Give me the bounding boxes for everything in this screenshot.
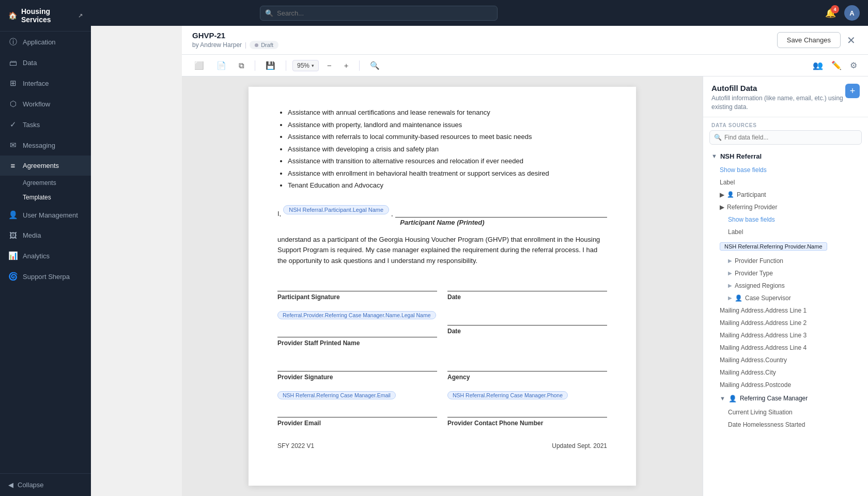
show-base-fields-link-2[interactable]: Show base fields <box>703 213 868 226</box>
date-line-1 <box>447 277 607 291</box>
phone-tag[interactable]: NSH Referral.Referring Case Manager.Phon… <box>447 391 568 399</box>
search-input[interactable] <box>260 6 498 21</box>
provider-tag[interactable]: Referral.Provider.Referring Case Manager… <box>277 311 436 319</box>
toolbar-separator-2 <box>286 60 286 71</box>
doc-meta: GHVP-21 by Andrew Harper | Draft <box>192 31 278 49</box>
doc-id: GHVP-21 <box>192 31 278 40</box>
separator: | <box>245 41 246 49</box>
sidebar-item-agreements[interactable]: ≡ Agreements <box>0 156 91 176</box>
list-item: Assistance with transition to alternativ… <box>288 156 607 166</box>
search-field: 🔍 <box>709 130 862 145</box>
provider-staff-label: Provider Staff Printed Name <box>277 339 437 347</box>
notification-icon[interactable]: 🔔 4 <box>825 8 836 19</box>
zoom-value: 95% <box>297 62 309 69</box>
participant-chevron: ▶ <box>720 191 724 198</box>
sig-col-provider-staff: Referral.Provider.Referring Case Manager… <box>277 311 437 347</box>
mailing-address-line3[interactable]: Mailing Address.Address Line 3 <box>703 329 868 342</box>
sidebar-item-label: Interface <box>23 80 49 87</box>
nsh-referral-header[interactable]: ▼ NSH Referral <box>703 149 868 164</box>
brand[interactable]: 🏠 Housing Services ↗ <box>0 0 91 32</box>
nsh-referral-section: ▼ NSH Referral Show base fields Label ▶ … <box>703 149 868 431</box>
assigned-regions-item[interactable]: ▶ Assigned Regions <box>703 280 868 292</box>
save-icon-button[interactable]: 💾 <box>261 58 280 73</box>
sig-col-provider-signature: Provider Signature <box>277 357 437 381</box>
sidebar-item-data[interactable]: 🗃 Data <box>0 53 91 73</box>
content-wrap: Assistance with annual certifications an… <box>182 76 868 496</box>
sidebar-item-messaging[interactable]: ✉ Messaging <box>0 135 91 156</box>
zoom-in-button[interactable]: + <box>340 58 353 72</box>
mailing-address-line4[interactable]: Mailing Address.Address Line 4 <box>703 342 868 354</box>
panel-toggle-button[interactable]: ⬜ <box>190 58 208 73</box>
agreements-sub-label: Agreements <box>23 179 56 187</box>
participant-tag[interactable]: NSH Referral.Participant.Legal Name <box>283 205 389 214</box>
date-homelessness-started[interactable]: Date Homelessness Started <box>703 419 868 431</box>
user-avatar[interactable]: A <box>844 5 860 21</box>
sidebar-item-workflow[interactable]: ⬡ Workflow <box>0 94 91 114</box>
provider-function-item[interactable]: ▶ Provider Function <box>703 255 868 267</box>
zoom-out-button[interactable]: − <box>323 58 336 72</box>
sidebar-item-templates[interactable]: Templates <box>23 190 91 205</box>
referring-provider-chevron: ▶ <box>720 204 724 211</box>
mailing-address-line1[interactable]: Mailing Address.Address Line 1 <box>703 304 868 317</box>
sig-col-phone: NSH Referral.Referring Case Manager.Phon… <box>447 391 607 427</box>
referring-case-manager-header[interactable]: ▼ 👤 Referring Case Manager <box>703 391 868 406</box>
collapse-icon: ◀ <box>8 481 13 489</box>
highlighted-field-wrap: NSH Referral.Referring Provider.Name <box>703 238 868 255</box>
search-wrap: 🔍 <box>260 6 498 21</box>
zoom-control[interactable]: 95% ▾ <box>292 60 319 71</box>
templates-label: Templates <box>23 194 51 201</box>
mailing-address-city[interactable]: Mailing Address.City <box>703 366 868 379</box>
sidebar-item-agreements-sub[interactable]: Agreements <box>23 176 91 190</box>
sig-col-date-2: Date <box>447 311 607 347</box>
sidebar-item-label: Tasks <box>23 121 40 129</box>
participant-section-header[interactable]: ▶ 👤 Participant <box>703 189 868 201</box>
case-supervisor-item[interactable]: ▶ 👤 Case Supervisor <box>703 292 868 304</box>
sidebar-item-tasks[interactable]: ✓ Tasks <box>0 114 91 135</box>
list-item: Tenant Education and Advocacy <box>288 180 607 191</box>
document-icon-button[interactable]: 📄 <box>212 58 230 73</box>
right-panel: Autofill Data Autofill information (like… <box>703 76 868 496</box>
intro-prefix: I, <box>277 210 281 218</box>
sidebar-item-support-sherpa[interactable]: 🌀 Support Sherpa <box>0 266 91 287</box>
messaging-icon: ✉ <box>8 141 18 150</box>
mailing-address-postcode[interactable]: Mailing Address.Postcode <box>703 379 868 391</box>
email-tag[interactable]: NSH Referral.Referring Case Manager.Emai… <box>277 391 396 399</box>
email-label: Provider Email <box>277 420 437 427</box>
tasks-icon: ✓ <box>8 120 18 129</box>
data-sources-label: DATA SOURCES <box>703 117 868 130</box>
copy-icon-button[interactable]: ⧉ <box>235 58 249 73</box>
sidebar-item-media[interactable]: 🖼 Media <box>0 225 91 245</box>
sig-col-participant-signature: Participant Signature <box>277 277 437 301</box>
sidebar-item-interface[interactable]: ⊞ Interface <box>0 73 91 94</box>
close-button[interactable]: ✕ <box>845 32 858 49</box>
list-item: Assistance with annual certifications an… <box>288 107 607 118</box>
search-doc-button[interactable]: 🔍 <box>366 58 384 73</box>
sidebar-item-user-management[interactable]: 👤 User Management <box>0 205 91 225</box>
autofill-icon-button[interactable]: ⚙ <box>847 58 860 73</box>
phone-tag-wrap: NSH Referral.Referring Case Manager.Phon… <box>447 391 607 401</box>
current-living-situation[interactable]: Current Living Situation <box>703 406 868 419</box>
mailing-address-country[interactable]: Mailing Address.Country <box>703 354 868 366</box>
date-label-2: Date <box>447 328 607 335</box>
provider-type-item[interactable]: ▶ Provider Type <box>703 267 868 280</box>
people-icon-button[interactable]: 👥 <box>810 58 826 73</box>
highlighted-field-tag[interactable]: NSH Referral.Referring Provider.Name <box>720 242 827 251</box>
participant-sig-line <box>277 277 437 291</box>
sidebar-item-label: Workflow <box>23 100 50 108</box>
referring-case-manager-label: Referring Case Manager <box>740 395 808 402</box>
provider-type-label: Provider Type <box>735 270 773 277</box>
referring-provider-header[interactable]: ▶ Referring Provider <box>703 201 868 213</box>
mailing-address-line2[interactable]: Mailing Address.Address Line 2 <box>703 317 868 329</box>
sidebar-item-analytics[interactable]: 📊 Analytics <box>0 245 91 266</box>
agreements-icon: ≡ <box>8 161 18 170</box>
agency-label: Agency <box>447 374 607 381</box>
participant-name-label: Participant Name (Printed) <box>277 219 607 226</box>
show-base-fields-link-1[interactable]: Show base fields <box>703 164 868 176</box>
save-changes-button[interactable]: Save Changes <box>777 32 841 48</box>
edit-icon-button[interactable]: ✏️ <box>829 58 844 73</box>
panel-add-button[interactable]: + <box>845 84 860 98</box>
panel-search-input[interactable] <box>709 130 862 145</box>
sidebar-item-label: Analytics <box>23 252 50 260</box>
collapse-button[interactable]: ◀ Collapse <box>0 473 91 496</box>
sidebar-item-application[interactable]: ⓘ Application <box>0 32 91 53</box>
